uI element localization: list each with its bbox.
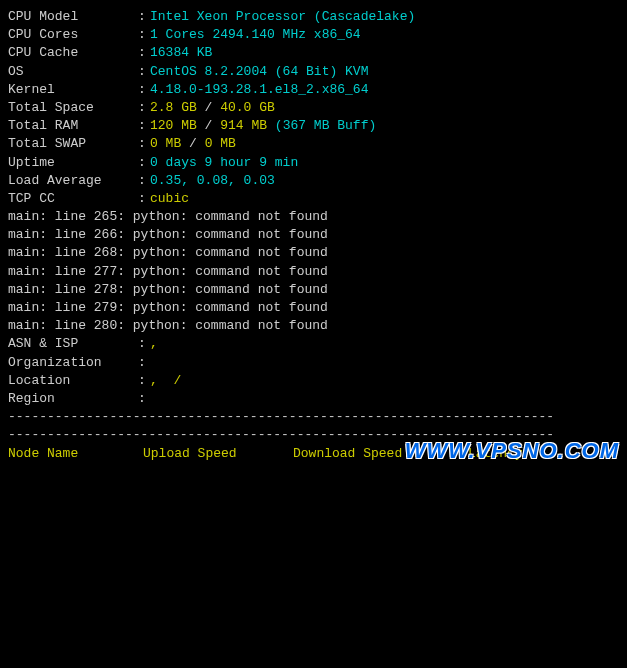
sysinfo-label: OS: [8, 63, 138, 81]
swap-total: 0 MB: [205, 135, 236, 153]
space-total: 40.0 GB: [220, 99, 275, 117]
netinfo-value: ,: [150, 335, 158, 353]
total-ram-row: Total RAM : 120 MB / 914 MB (367 MB Buff…: [8, 117, 619, 135]
netinfo-label: ASN & ISP: [8, 335, 138, 353]
separator-line: ----------------------------------------…: [8, 408, 619, 426]
python-errors-block: main: line 265: python: command not foun…: [8, 208, 619, 335]
sysinfo-row: CPU Cache: 16384 KB: [8, 44, 619, 62]
sysinfo-value: 4.18.0-193.28.1.el8_2.x86_64: [150, 81, 368, 99]
swap-used: 0 MB: [150, 135, 181, 153]
netinfo-value: , /: [150, 372, 181, 390]
system-info-block: CPU Model: Intel Xeon Processor (Cascade…: [8, 8, 619, 99]
error-line: main: line 279: python: command not foun…: [8, 299, 619, 317]
ram-total: 914 MB: [220, 117, 267, 135]
netinfo-row: Organization:: [8, 354, 619, 372]
ram-label: Total RAM: [8, 117, 138, 135]
tcpcc-row: TCP CC : cubic: [8, 190, 619, 208]
sysinfo-label: CPU Cores: [8, 26, 138, 44]
loadavg-value: 0.35, 0.08, 0.03: [150, 172, 275, 190]
ram-buff: (367 MB Buff): [267, 117, 376, 135]
space-label: Total Space: [8, 99, 138, 117]
error-line: main: line 268: python: command not foun…: [8, 244, 619, 262]
sysinfo-label: Kernel: [8, 81, 138, 99]
swap-label: Total SWAP: [8, 135, 138, 153]
netinfo-row: Region:: [8, 390, 619, 408]
network-info-block: ASN & ISP: ,Organization: Location: , /R…: [8, 335, 619, 408]
sysinfo-label: CPU Cache: [8, 44, 138, 62]
error-line: main: line 266: python: command not foun…: [8, 226, 619, 244]
uptime-value: 0 days 9 hour 9 min: [150, 154, 298, 172]
sysinfo-row: CPU Cores: 1 Cores 2494.140 MHz x86_64: [8, 26, 619, 44]
ram-used: 120 MB: [150, 117, 197, 135]
netinfo-label: Organization: [8, 354, 138, 372]
header-node: Node Name: [8, 445, 143, 463]
sysinfo-value: CentOS 8.2.2004 (64 Bit) KVM: [150, 63, 368, 81]
netinfo-row: ASN & ISP: ,: [8, 335, 619, 353]
sysinfo-row: Kernel: 4.18.0-193.28.1.el8_2.x86_64: [8, 81, 619, 99]
header-upload: Upload Speed: [143, 445, 293, 463]
netinfo-label: Region: [8, 390, 138, 408]
sysinfo-value: 1 Cores 2494.140 MHz x86_64: [150, 26, 361, 44]
sysinfo-value: Intel Xeon Processor (Cascadelake): [150, 8, 415, 26]
netinfo-row: Location: , /: [8, 372, 619, 390]
error-line: main: line 277: python: command not foun…: [8, 263, 619, 281]
sysinfo-row: CPU Model: Intel Xeon Processor (Cascade…: [8, 8, 619, 26]
total-space-row: Total Space : 2.8 GB / 40.0 GB: [8, 99, 619, 117]
uptime-row: Uptime : 0 days 9 hour 9 min: [8, 154, 619, 172]
loadavg-row: Load Average : 0.35, 0.08, 0.03: [8, 172, 619, 190]
sysinfo-label: CPU Model: [8, 8, 138, 26]
total-swap-row: Total SWAP : 0 MB / 0 MB: [8, 135, 619, 153]
tcpcc-value: cubic: [150, 190, 189, 208]
watermark-text: WWW.VPSNO.COM: [405, 436, 619, 467]
error-line: main: line 265: python: command not foun…: [8, 208, 619, 226]
error-line: main: line 280: python: command not foun…: [8, 317, 619, 335]
error-line: main: line 278: python: command not foun…: [8, 281, 619, 299]
netinfo-label: Location: [8, 372, 138, 390]
sysinfo-row: OS: CentOS 8.2.2004 (64 Bit) KVM: [8, 63, 619, 81]
space-used: 2.8 GB: [150, 99, 197, 117]
sysinfo-value: 16384 KB: [150, 44, 212, 62]
